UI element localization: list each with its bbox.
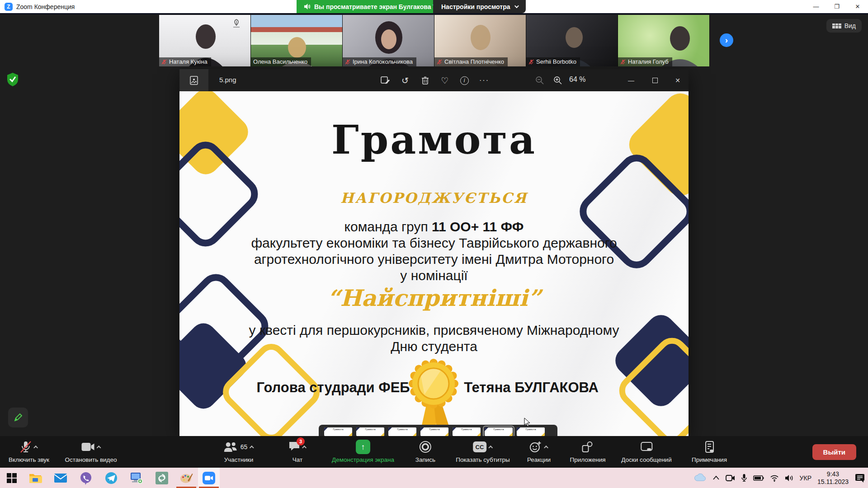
whiteboard-button[interactable]: Доски сообщений: [621, 440, 671, 463]
next-participants-button[interactable]: ›: [720, 33, 733, 47]
reactions-options-chevron[interactable]: [544, 445, 548, 450]
annotate-button[interactable]: [8, 408, 28, 427]
captions-button[interactable]: CC Показать субтитры: [456, 440, 510, 463]
language-indicator[interactable]: УКР: [800, 474, 811, 482]
rotate-button[interactable]: ↺: [398, 74, 412, 87]
photo-thumbnail[interactable]: Грамота: [517, 427, 545, 436]
onedrive-cloud-icon[interactable]: [693, 474, 707, 483]
zoom-in-button[interactable]: [551, 74, 565, 87]
file-explorer-icon[interactable]: [28, 471, 42, 485]
video-tile[interactable]: Serhii Borbotko: [526, 15, 618, 66]
restore-button[interactable]: ❐: [826, 0, 847, 13]
reactions-button[interactable]: Реакции: [527, 440, 551, 463]
participants-count: 65: [241, 443, 248, 450]
telegram-icon[interactable]: [104, 471, 118, 485]
participants-button[interactable]: 65 Участники: [224, 440, 254, 463]
view-settings-dropdown[interactable]: Настройки просмотра: [433, 0, 526, 13]
start-button[interactable]: [5, 471, 19, 485]
zoom-app-icon[interactable]: [202, 471, 216, 485]
participant-name: Олена Васильченко: [251, 57, 311, 66]
notification-center-icon[interactable]: [854, 473, 865, 483]
muted-mic-icon: [528, 59, 534, 65]
photos-titlebar: 5.png ↺ ♡ i ···: [179, 69, 689, 91]
edit-photo-button[interactable]: [378, 74, 392, 87]
viber-icon[interactable]: [79, 471, 93, 485]
window-title: Zoom Конференция: [16, 3, 75, 10]
chat-badge: 3: [297, 437, 305, 446]
apps-button[interactable]: Приложения: [570, 440, 606, 463]
wifi-icon[interactable]: [770, 474, 779, 482]
zoom-toolbar: Включить звук Остановить видео 6: [0, 436, 868, 468]
edit-icon: [380, 75, 390, 85]
view-button[interactable]: Вид: [826, 19, 862, 33]
photo-thumbnail[interactable]: Грамота: [420, 427, 448, 436]
notes-button[interactable]: Примечания: [692, 440, 727, 463]
participant-name: Ірина Колокольчикова: [343, 57, 416, 66]
muted-mic-icon: [620, 59, 626, 65]
leave-button[interactable]: Выйти: [812, 444, 856, 460]
notes-icon: [704, 441, 715, 453]
video-options-chevron[interactable]: [96, 445, 101, 450]
photo-thumbnail[interactable]: Грамота: [388, 427, 416, 436]
pencil-icon: [13, 413, 23, 422]
video-tile[interactable]: Наталя Кукіна: [159, 15, 251, 66]
university-logo: [231, 19, 242, 32]
photos-app-window: 5.png ↺ ♡ i ···: [179, 69, 689, 436]
volume-icon[interactable]: [785, 474, 794, 482]
share-screen-button[interactable]: ↑ Демонстрация экрана: [332, 440, 394, 463]
delete-button[interactable]: [418, 74, 432, 87]
zoom-level: 64 %: [569, 75, 585, 84]
photos-close-button[interactable]: ✕: [667, 69, 689, 91]
participants-options-chevron[interactable]: [249, 445, 254, 450]
participant-name: Наталя Кукіна: [159, 57, 211, 66]
video-tile[interactable]: Наталия Голуб: [618, 15, 710, 66]
mic-tray-icon[interactable]: [741, 474, 747, 483]
photo-thumbnail[interactable]: Грамота: [356, 427, 384, 436]
battery-icon[interactable]: [753, 475, 764, 481]
camera-tray-icon[interactable]: [725, 474, 735, 482]
captions-options-chevron[interactable]: [488, 445, 493, 450]
mic-muted-icon: [20, 441, 32, 453]
video-tile[interactable]: Світлана Плотніченко: [434, 15, 526, 66]
remote-desktop-icon[interactable]: [129, 471, 144, 485]
photo-thumbnail[interactable]: Грамота: [324, 427, 352, 436]
minimize-button[interactable]: —: [806, 0, 826, 13]
info-button[interactable]: i: [458, 74, 471, 87]
gallery-button[interactable]: [179, 69, 208, 91]
participant-video-strip: Наталя Кукіна Олена Васильченко: [159, 15, 710, 66]
participant-name: Світлана Плотніченко: [434, 57, 508, 66]
clock[interactable]: 9:43 15.11.2023: [817, 470, 849, 486]
tray-expand-chevron[interactable]: [713, 476, 719, 480]
stop-video-button[interactable]: Остановить видео: [65, 440, 117, 463]
certificate-subtitle: НАГОРОДЖУЄТЬСЯ: [179, 190, 689, 206]
chat-button[interactable]: 3 Чат: [288, 440, 307, 463]
paint-icon[interactable]: [179, 471, 193, 485]
camera-icon: [81, 442, 94, 452]
photos-minimize-button[interactable]: —: [620, 69, 642, 91]
zoom-out-icon: [535, 76, 544, 85]
muted-mic-icon: [437, 59, 442, 65]
video-tile[interactable]: Олена Васильченко: [251, 15, 343, 66]
certificate-line: у номінації: [179, 268, 689, 283]
more-options-button[interactable]: ···: [477, 74, 491, 87]
speaker-icon: [304, 3, 311, 10]
certificate-sign-right: Тетяна БУЛГАКОВА: [436, 380, 626, 396]
certificate-nomination: “Найспритніші”: [179, 285, 689, 311]
security-shield-icon: [6, 72, 19, 87]
unmute-button[interactable]: Включить звук: [9, 440, 49, 463]
record-button[interactable]: Запись: [415, 440, 435, 463]
photo-thumbnail-selected[interactable]: Грамота: [485, 427, 513, 436]
certificate-line: у квесті для першокурсників, присвяченом…: [179, 323, 689, 338]
chatgpt-icon[interactable]: [155, 471, 169, 485]
favorite-button[interactable]: ♡: [438, 74, 452, 87]
video-tile[interactable]: Ірина Колокольчикова: [343, 15, 434, 66]
chat-options-chevron[interactable]: [302, 445, 307, 450]
chevron-down-icon: [514, 4, 519, 8]
close-button[interactable]: ✕: [847, 0, 868, 13]
zoom-out-button[interactable]: [533, 74, 547, 87]
photo-thumbnail[interactable]: Грамота: [453, 427, 481, 436]
grid-view-icon: [832, 23, 841, 28]
photos-maximize-button[interactable]: [644, 69, 666, 91]
mail-icon[interactable]: [53, 471, 68, 485]
mic-options-chevron[interactable]: [33, 445, 38, 450]
